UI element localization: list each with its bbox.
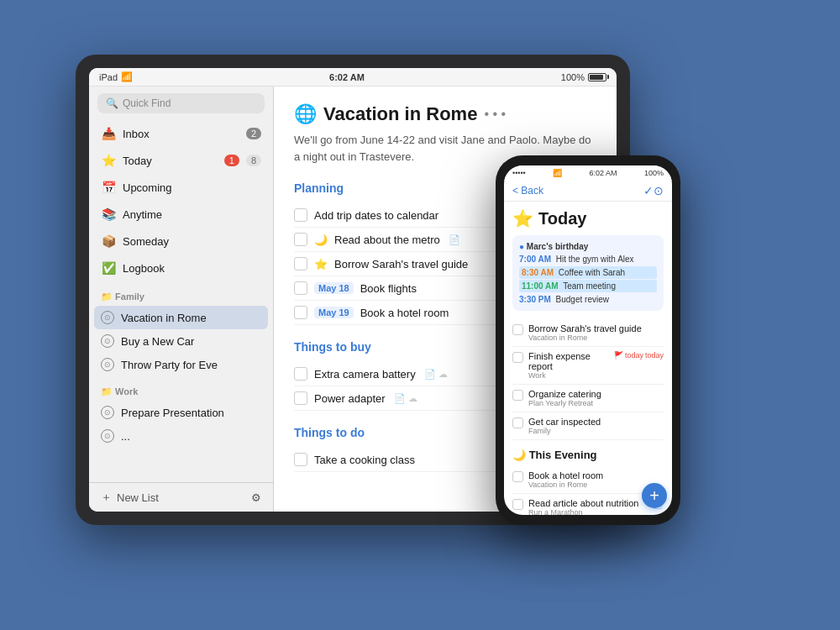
cal-budget: 3:30 PM Budget review <box>519 293 657 306</box>
section-work: 📁 Work <box>89 376 273 401</box>
iphone-task-info-4: Get car inspected Family <box>528 417 664 435</box>
ipad-time: 6:02 AM <box>329 72 365 82</box>
task-name-8: Take a cooking class <box>314 454 415 466</box>
iphone-evening-task-2: Read article about nutrition Run a Marat… <box>512 494 664 515</box>
logbook-icon: ✅ <box>101 260 116 276</box>
iphone-evening-checkbox-1[interactable] <box>512 471 523 482</box>
inbox-label: Inbox <box>123 128 239 140</box>
iphone-nav: < Back ✓⊙ <box>504 181 672 202</box>
sidebar-item-throw-party[interactable]: ⊙ Throw Party for Eve <box>89 353 273 376</box>
task-name-4: Book flights <box>360 282 417 295</box>
today-badge-count: 8 <box>246 155 261 166</box>
work-folder-icon: 📁 <box>101 386 115 396</box>
wifi-icon: 📶 <box>121 71 133 82</box>
sidebar-item-logbook[interactable]: ✅ Logbook <box>89 255 273 281</box>
iphone-task-checkbox-1[interactable] <box>512 324 523 335</box>
sidebar-item-buy-car[interactable]: ⊙ Buy a New Car <box>89 329 273 353</box>
new-list-label: New List <box>117 491 159 504</box>
iphone-status-bar: ••••• 📶 6:02 AM 100% <box>504 165 672 181</box>
someday-label: Someday <box>123 235 261 248</box>
search-placeholder: Quick Find <box>123 97 171 109</box>
iphone-task-2: Finish expense report Work 🚩 today today <box>512 347 664 385</box>
task-name-5: Book a hotel room <box>360 307 449 319</box>
sidebar-item-today[interactable]: ⭐ Today 1 8 <box>89 147 273 174</box>
task-checkbox-2[interactable] <box>294 233 307 246</box>
task-checkbox-3[interactable] <box>294 257 307 270</box>
buy-car-label: Buy a New Car <box>121 335 194 348</box>
presentation-label: Prepare Presentation <box>121 407 224 419</box>
sidebar-item-anytime[interactable]: 📚 Anytime <box>89 201 273 228</box>
project-menu-button[interactable]: • • • <box>484 107 506 122</box>
anytime-icon: 📚 <box>101 207 116 222</box>
iphone-calendar-block: ● Marc's birthday 7:00 AM Hit the gym wi… <box>512 235 664 311</box>
cal-team: 11:00 AM Team meeting <box>519 280 657 292</box>
anytime-label: Anytime <box>123 208 261 221</box>
task-name-6: Extra camera battery <box>314 368 416 381</box>
settings-icon[interactable]: ⚙ <box>251 491 261 504</box>
new-list-button[interactable]: ＋ New List <box>101 490 159 505</box>
iphone-task-3: Organize catering Plan Yearly Retreat <box>512 385 664 412</box>
task-date-4: May 18 <box>314 282 354 294</box>
task-name-7: Power adapter <box>314 392 386 405</box>
iphone-task-checkbox-4[interactable] <box>512 417 523 428</box>
sidebar: 🔍 Quick Find 📥 Inbox 2 <box>89 87 274 512</box>
iphone-back-button[interactable]: < Back <box>512 185 543 197</box>
iphone-evening-info-1: Book a hotel room Vacation in Rome <box>528 470 664 489</box>
sidebar-item-presentation[interactable]: ⊙ Prepare Presentation <box>89 401 273 424</box>
task-checkbox-5[interactable] <box>294 306 307 319</box>
task-checkbox-1[interactable] <box>294 208 307 222</box>
star-icon-3: ⭐ <box>314 258 328 270</box>
today-icon: ⭐ <box>101 153 116 168</box>
throw-party-icon: ⊙ <box>101 358 114 371</box>
notes-icon-6: 📄 ☁ <box>424 369 448 380</box>
task-name-2: Read about the metro <box>334 234 440 246</box>
plus-icon: ＋ <box>101 490 112 505</box>
iphone-time: 6:02 AM <box>590 169 617 177</box>
moon-icon-section: 🌙 <box>512 449 529 461</box>
sidebar-item-vacation-rome[interactable]: ⊙ Vacation in Rome <box>94 306 268 329</box>
iphone-task-info-3: Organize catering Plan Yearly Retreat <box>528 389 664 407</box>
iphone-wifi-icon: 📶 <box>553 169 562 177</box>
task-checkbox-4[interactable] <box>294 281 307 295</box>
someday-icon: 📦 <box>101 234 116 249</box>
ipad-status-left: iPad 📶 <box>99 71 133 82</box>
cal-birthday: ● Marc's birthday <box>519 240 657 253</box>
birthday-dot: ● <box>519 242 524 251</box>
sidebar-item-work-other[interactable]: ⊙ ... <box>89 424 273 448</box>
cal-time-coffee: 8:30 AM <box>522 268 554 277</box>
task-checkbox-8[interactable] <box>294 453 307 466</box>
task-name-3: Borrow Sarah's travel guide <box>334 258 468 270</box>
sidebar-footer[interactable]: ＋ New List ⚙ <box>89 482 273 512</box>
ipad-status-right: 100% <box>561 72 606 82</box>
iphone-task-checkbox-2[interactable] <box>512 352 523 363</box>
iphone-content: ⭐ Today ● Marc's birthday 7:00 AM Hit th… <box>504 202 672 515</box>
sidebar-item-upcoming[interactable]: 📅 Upcoming <box>89 174 273 201</box>
iphone-task-4: Get car inspected Family <box>512 412 664 440</box>
iphone-evening-task-1: Book a hotel room Vacation in Rome <box>512 466 664 494</box>
battery-icon <box>588 73 606 81</box>
cal-time-gym: 7:00 AM <box>519 255 551 264</box>
iphone-check-circle-icon[interactable]: ✓⊙ <box>643 184 664 197</box>
search-bar[interactable]: 🔍 Quick Find <box>97 93 265 113</box>
iphone-battery: 100% <box>644 169 664 177</box>
iphone-evening-section: 🌙 This Evening <box>512 449 664 461</box>
sidebar-item-inbox[interactable]: 📥 Inbox 2 <box>89 120 273 147</box>
section-family: 📁 Family <box>89 281 273 306</box>
iphone-today-icon: ⭐ <box>512 208 533 228</box>
iphone-task-1: Borrow Sarah's travel guide Vacation in … <box>512 319 664 347</box>
sidebar-item-someday[interactable]: 📦 Someday <box>89 228 273 255</box>
inbox-badge: 2 <box>246 128 261 139</box>
iphone-task-info-2: Finish expense report Work <box>528 351 609 380</box>
iphone-evening-checkbox-2[interactable] <box>512 499 523 510</box>
iphone-page-title: ⭐ Today <box>512 208 664 228</box>
iphone-task-checkbox-3[interactable] <box>512 390 523 401</box>
task-checkbox-7[interactable] <box>294 391 307 405</box>
sidebar-smart-lists: 📥 Inbox 2 ⭐ Today 1 8 <box>89 120 273 482</box>
cal-coffee: 8:30 AM Coffee with Sarah <box>519 266 657 279</box>
cal-time-budget: 3:30 PM <box>519 295 551 304</box>
work-other-icon: ⊙ <box>101 429 114 443</box>
presentation-icon: ⊙ <box>101 406 114 419</box>
project-globe-icon: 🌐 <box>294 103 317 125</box>
task-checkbox-6[interactable] <box>294 367 307 381</box>
add-task-button[interactable]: + <box>642 483 667 508</box>
